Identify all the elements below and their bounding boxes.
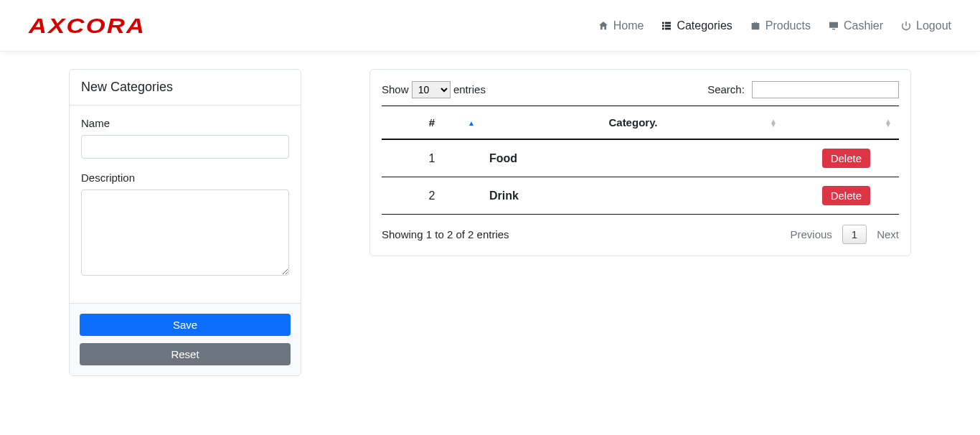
name-label: Name xyxy=(81,117,289,129)
monitor-icon xyxy=(828,20,839,32)
svg-rect-0 xyxy=(662,22,664,24)
svg-rect-5 xyxy=(665,27,671,29)
nav-logout-label: Logout xyxy=(916,19,951,32)
length-control: Show 10 25 50 100 entries xyxy=(382,81,486,98)
new-category-card: New Categories Name Description Save Res… xyxy=(69,69,301,376)
delete-button[interactable]: Delete xyxy=(822,186,870,205)
pagination-page-current[interactable]: 1 xyxy=(842,225,867,244)
nav-products-label: Products xyxy=(765,19,811,32)
nav-cashier-label: Cashier xyxy=(844,19,883,32)
categories-table: # ▲ Category. ▲ ▼ ▲ xyxy=(382,106,899,215)
power-icon xyxy=(900,20,912,32)
search-control: Search: xyxy=(707,81,899,98)
search-label: Search: xyxy=(707,83,745,95)
length-select[interactable]: 10 25 50 100 xyxy=(412,81,451,98)
svg-rect-1 xyxy=(665,22,671,24)
brand-logo[interactable]: AXCORA xyxy=(29,14,146,38)
nav-products[interactable]: Products xyxy=(750,19,811,32)
svg-rect-2 xyxy=(662,24,664,27)
name-input[interactable] xyxy=(81,135,289,159)
categories-table-card: Show 10 25 50 100 entries Search: # xyxy=(369,69,911,256)
table-header-row: # ▲ Category. ▲ ▼ ▲ xyxy=(382,106,899,140)
form-body: Name Description xyxy=(70,106,301,303)
show-suffix: entries xyxy=(453,83,486,95)
description-label: Description xyxy=(81,172,289,184)
save-button[interactable]: Save xyxy=(80,314,291,336)
col-header-number-label: # xyxy=(429,116,435,128)
pagination: Previous 1 Next xyxy=(790,225,899,244)
svg-rect-4 xyxy=(662,27,664,29)
sort-indicator: ▲ ▼ xyxy=(770,119,777,126)
cell-number: 2 xyxy=(382,177,482,215)
table-info: Showing 1 to 2 of 2 entries xyxy=(382,228,509,240)
table-footer: Showing 1 to 2 of 2 entries Previous 1 N… xyxy=(382,225,899,244)
sort-asc-icon: ▲ xyxy=(468,121,475,124)
list-icon xyxy=(661,20,672,32)
navbar: AXCORA Home Categories Products Cashier … xyxy=(0,0,980,52)
nav-cashier[interactable]: Cashier xyxy=(828,19,883,32)
pagination-previous[interactable]: Previous xyxy=(790,228,831,240)
nav-links: Home Categories Products Cashier Logout xyxy=(598,19,951,32)
nav-home-label: Home xyxy=(613,19,644,32)
col-header-category-label: Category. xyxy=(608,116,657,128)
sort-indicator: ▲ ▼ xyxy=(885,119,892,126)
svg-rect-3 xyxy=(665,24,671,27)
sort-indicator: ▲ xyxy=(468,121,475,124)
table-row: 2 Drink Delete xyxy=(382,177,899,215)
search-input[interactable] xyxy=(752,81,899,98)
cell-category: Food xyxy=(482,139,784,177)
col-header-actions: ▲ ▼ xyxy=(784,106,899,140)
sort-desc-icon: ▼ xyxy=(770,123,777,126)
col-header-number[interactable]: # ▲ xyxy=(382,106,482,140)
name-group: Name xyxy=(81,117,289,159)
table-row: 1 Food Delete xyxy=(382,139,899,177)
main-container: New Categories Name Description Save Res… xyxy=(0,52,980,393)
description-input[interactable] xyxy=(81,190,289,276)
show-prefix: Show xyxy=(382,83,409,95)
home-icon xyxy=(598,20,609,32)
cell-number: 1 xyxy=(382,139,482,177)
nav-categories-label: Categories xyxy=(677,19,732,32)
reset-button[interactable]: Reset xyxy=(80,343,291,365)
briefcase-icon xyxy=(750,20,761,32)
cell-category: Drink xyxy=(482,177,784,215)
nav-home[interactable]: Home xyxy=(598,19,644,32)
nav-logout[interactable]: Logout xyxy=(900,19,951,32)
pagination-next[interactable]: Next xyxy=(877,228,899,240)
description-group: Description xyxy=(81,172,289,279)
nav-categories[interactable]: Categories xyxy=(661,19,732,32)
cell-actions: Delete xyxy=(784,177,899,215)
col-header-category[interactable]: Category. ▲ ▼ xyxy=(482,106,784,140)
cell-actions: Delete xyxy=(784,139,899,177)
table-controls: Show 10 25 50 100 entries Search: xyxy=(382,81,899,98)
sort-desc-icon: ▼ xyxy=(885,123,892,126)
form-footer: Save Reset xyxy=(70,303,301,375)
form-title: New Categories xyxy=(70,70,301,106)
delete-button[interactable]: Delete xyxy=(822,149,870,168)
